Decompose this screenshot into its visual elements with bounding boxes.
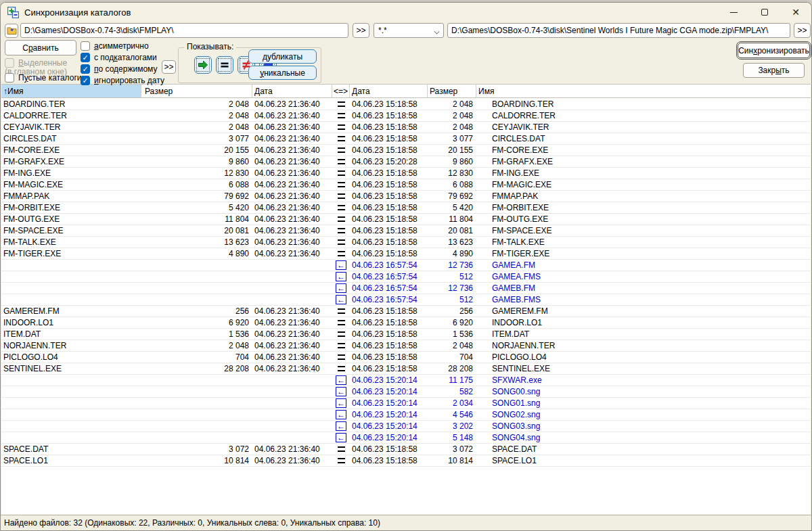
right-file-name: FM-SPACE.EXE [476, 225, 811, 236]
right-path-input[interactable]: D:\Games\DOSBox-0.74-3\disk\Sentinel Wor… [447, 23, 790, 38]
table-row[interactable]: GAMEREM.FM25604.06.23 21:36:4004.06.23 1… [1, 306, 811, 317]
table-row[interactable]: FMMAP.PAK79 69204.06.23 21:36:4004.06.23… [1, 191, 811, 202]
left-file-size [141, 375, 252, 386]
table-row[interactable]: FM-OUTG.EXE11 80404.06.23 21:36:4004.06.… [1, 214, 811, 225]
header-right-size[interactable]: Размер [428, 85, 476, 97]
header-right-name[interactable]: Имя [476, 85, 811, 97]
option-checkbox-0[interactable]: асимметрично [81, 41, 149, 51]
table-row[interactable]: CALDORRE.TER2 04804.06.23 21:36:4004.06.… [1, 110, 811, 122]
table-row[interactable]: ←04.06.23 15:20:145 148SONG04.sng [1, 432, 811, 444]
left-file-date: 04.06.23 21:36:40 [252, 340, 332, 351]
window-title: Синхронизация каталогов [24, 7, 131, 18]
header-direction[interactable]: <=> [332, 85, 350, 97]
table-row[interactable]: CEYJAVIK.TER2 04804.06.23 21:36:4004.06.… [1, 122, 811, 133]
direction-cell: ← [332, 386, 350, 397]
table-row[interactable]: FM-TALK.EXE13 62304.06.23 21:36:4004.06.… [1, 237, 811, 248]
option-checkbox-3[interactable]: ✓игнорировать дату [81, 75, 164, 86]
table-row[interactable]: FM-TIGER.EXE4 89004.06.23 21:36:4004.06.… [1, 248, 811, 260]
left-file-name: FM-GRAFX.EXE [1, 156, 141, 167]
right-file-name: GAMEA.FMS [476, 271, 811, 282]
right-file-name: SONG01.sng [476, 398, 811, 409]
show-duplicates-button[interactable]: дубликаты [248, 49, 317, 64]
right-file-name: GAMEB.FM [476, 283, 811, 294]
direction-cell: ← [332, 409, 350, 420]
left-file-size: 6 088 [141, 179, 252, 190]
table-row[interactable]: ←04.06.23 15:20:1411 175SFXWAR.exe [1, 375, 811, 386]
left-file-name: FM-TALK.EXE [1, 237, 141, 248]
table-row[interactable]: FM-CORE.EXE20 15504.06.23 21:36:4004.06.… [1, 145, 811, 156]
show-equal-button[interactable] [216, 56, 233, 74]
direction-cell [332, 444, 350, 455]
table-row[interactable]: INDOOR.LO16 92004.06.23 21:36:4004.06.23… [1, 317, 811, 329]
left-file-size: 3 072 [141, 444, 252, 455]
left-file-size [141, 398, 252, 409]
header-left-size[interactable]: Размер [141, 85, 252, 97]
left-file-name: FM-CORE.EXE [1, 145, 141, 156]
table-row[interactable]: FM-MAGIC.EXE6 08804.06.23 21:36:4004.06.… [1, 179, 811, 191]
right-file-size: 582 [428, 386, 476, 397]
left-file-date [252, 260, 332, 271]
right-file-date: 04.06.23 15:18:58 [350, 455, 428, 466]
show-uniques-button[interactable]: уникальные [248, 66, 317, 80]
option-checkbox-2[interactable]: ✓по содержимому [81, 64, 157, 74]
left-file-date: 04.06.23 21:36:40 [252, 329, 332, 340]
table-row[interactable]: ←04.06.23 16:57:54512GAMEA.FMS [1, 271, 811, 283]
table-row[interactable]: ←04.06.23 16:57:5412 736GAMEB.FM [1, 283, 811, 294]
table-row[interactable]: FM-SPACE.EXE20 08104.06.23 21:36:4004.06… [1, 225, 811, 237]
left-file-name [1, 260, 141, 271]
close-button[interactable]: ✕ [780, 3, 811, 22]
right-file-date: 04.06.23 16:57:54 [350, 271, 428, 282]
option-checkbox-1[interactable]: ✓с подкаталогами [81, 52, 157, 63]
copy-left-icon: ← [336, 398, 346, 408]
table-row[interactable]: ←04.06.23 15:20:144 546SONG02.sng [1, 409, 811, 421]
more-options-button[interactable]: >> [162, 60, 176, 74]
left-file-name: ITEM.DAT [1, 329, 141, 340]
table-row[interactable]: ←04.06.23 16:57:5412 736GAMEA.FM [1, 260, 811, 271]
table-row[interactable]: PICLOGO.LO470404.06.23 21:36:4004.06.23 … [1, 352, 811, 363]
left-file-date [252, 271, 332, 282]
empty-dirs-checkbox[interactable]: Пустые каталоги [5, 72, 81, 83]
table-row[interactable]: CIRCLES.DAT3 07704.06.23 21:36:4004.06.2… [1, 133, 811, 145]
show-copy-right-button[interactable] [194, 56, 212, 74]
right-file-date: 04.06.23 15:20:14 [350, 398, 428, 409]
table-row[interactable]: BOARDING.TER2 04804.06.23 21:36:4004.06.… [1, 99, 811, 110]
maximize-button[interactable] [749, 3, 780, 22]
left-path-expand-button[interactable]: >> [353, 23, 369, 38]
header-left-date[interactable]: Дата [252, 85, 332, 97]
right-file-name: BOARDING.TER [476, 99, 811, 110]
synchronize-button[interactable]: Синхронизировать [738, 43, 810, 58]
table-row[interactable]: FM-ING.EXE12 83004.06.23 21:36:4004.06.2… [1, 168, 811, 179]
table-row[interactable]: SPACE.LO110 81404.06.23 21:36:4004.06.23… [1, 455, 811, 467]
minimize-button[interactable] [718, 3, 749, 22]
table-row[interactable]: FM-GRAFX.EXE9 86004.06.23 21:36:4004.06.… [1, 156, 811, 168]
left-file-size [141, 294, 252, 305]
header-left-name[interactable]: ↑Имя [1, 85, 141, 97]
table-row[interactable]: SPACE.DAT3 07204.06.23 21:36:4004.06.23 … [1, 444, 811, 455]
right-file-date: 04.06.23 15:18:58 [350, 168, 428, 179]
left-path-input[interactable]: D:\Games\DOSBox-0.74-3\disk\FMPLAY\ [20, 23, 348, 38]
compare-button[interactable]: Сравнить [5, 40, 76, 55]
table-row[interactable]: ←04.06.23 15:20:143 202SONG03.sng [1, 421, 811, 432]
left-file-size [141, 271, 252, 282]
choose-left-dir-button[interactable]: * [5, 24, 18, 38]
filter-combobox[interactable]: *.* [374, 23, 444, 38]
direction-cell: ← [332, 283, 350, 294]
right-file-date: 04.06.23 15:18:58 [350, 214, 428, 225]
direction-cell [332, 329, 350, 340]
table-row[interactable]: ←04.06.23 16:57:54512GAMEB.FMS [1, 294, 811, 306]
table-row[interactable]: FM-ORBIT.EXE5 42004.06.23 21:36:4004.06.… [1, 202, 811, 214]
table-row[interactable]: NORJAENN.TER2 04804.06.23 21:36:4004.06.… [1, 340, 811, 352]
left-file-date: 04.06.23 21:36:40 [252, 317, 332, 328]
right-file-date: 04.06.23 15:20:14 [350, 409, 428, 420]
direction-cell: ← [332, 271, 350, 282]
left-file-name: FM-ORBIT.EXE [1, 202, 141, 213]
right-path-expand-button[interactable]: >> [794, 23, 811, 38]
table-row[interactable]: SENTINEL.EXE28 20804.06.23 21:36:4004.06… [1, 363, 811, 375]
header-right-date[interactable]: Дата [350, 85, 428, 97]
right-file-size: 5 420 [428, 202, 476, 213]
table-row[interactable]: ITEM.DAT1 53604.06.23 21:36:4004.06.23 1… [1, 329, 811, 340]
table-row[interactable]: ←04.06.23 15:20:14582SONG00.sng [1, 386, 811, 398]
close-dialog-button[interactable]: Закрыть [743, 63, 805, 78]
left-file-size: 2 048 [141, 340, 252, 351]
table-row[interactable]: ←04.06.23 15:20:142 034SONG01.sng [1, 398, 811, 409]
